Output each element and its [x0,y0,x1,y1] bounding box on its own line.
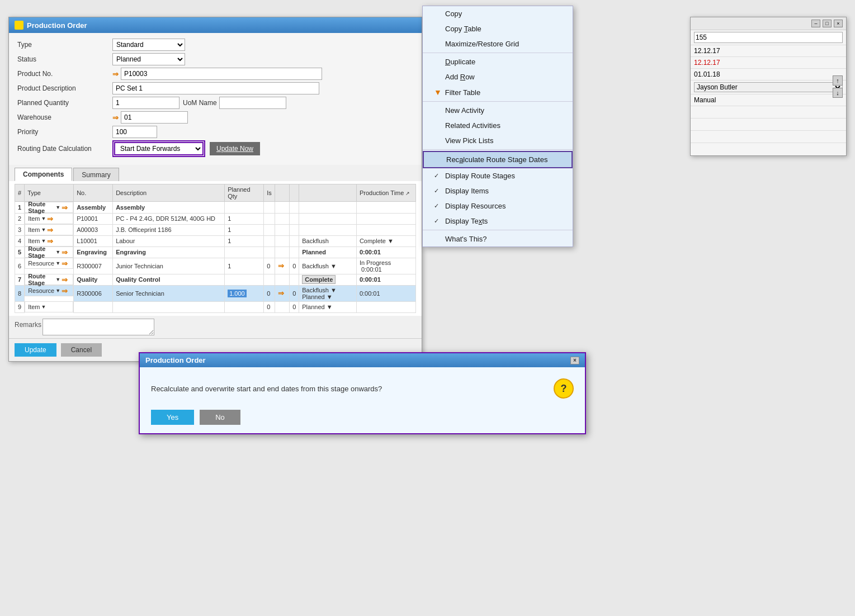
routingdate-row: Routing Date Calculation Start Date Forw… [17,140,413,157]
context-menu-item-relatedactivities[interactable]: Related Activities [423,118,573,133]
cell-prodtime [356,301,415,312]
type-select[interactable]: Standard [112,39,185,51]
plannedqty-input[interactable] [112,97,179,109]
cell-6 [275,213,290,224]
minimize-button[interactable]: – [811,20,820,27]
remarks-textarea[interactable] [42,319,154,335]
routingdate-select[interactable]: Start Date Forwards [114,142,204,155]
context-menu-item-newactivity[interactable]: New Activity [423,103,573,118]
cell-is: 0 [264,285,275,301]
cell-type: Item ▼ ⇒ [25,224,73,235]
cell-type: Route Stage ▼ ⇒ [25,247,73,258]
uomname-input[interactable] [219,97,286,109]
cell-is [264,247,275,258]
menu-separator [423,101,573,102]
col-8-header [299,184,357,202]
productdesc-input[interactable] [112,82,319,94]
warehouse-input[interactable] [121,111,188,124]
cell-prodtime: 0:00:01 [356,247,415,258]
right-panel-row [691,30,846,45]
productno-input[interactable] [121,68,322,80]
context-item-label: Display Resources [445,202,506,210]
cell-prodtime [356,202,415,214]
cell-no: Engraving [74,247,113,258]
main-window-title: Production Order [27,21,87,30]
win-controls: – □ × [691,17,846,30]
warehouse-label: Warehouse [17,113,112,121]
dialog-no-button[interactable]: No [200,410,240,425]
cell-is [264,224,275,235]
close-button[interactable]: × [834,20,843,27]
cell-prodtime [356,213,415,224]
scroll-controls: ↑ ↓ [833,75,843,98]
cancel-button[interactable]: Cancel [61,343,102,357]
right-user-select[interactable]: Jayson Butler [694,82,843,92]
dialog-title: Production Order [145,356,206,364]
right-panel-row: Manual [691,94,846,106]
table-row: 3 Item ▼ ⇒ A00003 J.B. Officeprint 1186 … [15,224,416,235]
col-qty-header: Planned Qty [225,184,264,202]
col-no-header: No. [74,184,113,202]
cell-8: Planned ▼ [299,301,357,312]
status-label: Status [17,55,112,63]
components-table-container: # Type No. Description Planned Qty Is Pr… [9,181,422,316]
context-menu-item-copytable[interactable]: Copy Table [423,21,573,36]
cell-is [264,213,275,224]
filter-icon: ▼ [434,88,442,97]
menu-separator [423,149,573,150]
restore-button[interactable]: □ [823,20,832,27]
context-item-label: New Activity [445,106,484,115]
context-menu-item-filter[interactable]: ▼ Filter Table [423,84,573,100]
context-item-label: Filter Table [445,88,480,97]
context-menu-item-viewpicklists[interactable]: View Pick Lists [423,133,573,148]
context-menu-item-whatsthis[interactable]: What's This? [423,231,573,247]
dialog-close-button[interactable]: × [570,357,579,364]
cell-6: ⇒ [275,258,290,274]
cell-7 [290,235,299,247]
cell-7 [290,213,299,224]
cell-8 [299,224,357,235]
cell-is [264,274,275,285]
right-value-1[interactable] [694,32,843,43]
cell-type: Item ▼ ⇒ [25,213,73,224]
scroll-down-button[interactable]: ↓ [833,88,843,98]
table-row: 4 Item ▼ ⇒ L10001 Labour 1 Backflush Com… [15,235,416,247]
components-table: # Type No. Description Planned Qty Is Pr… [15,184,416,313]
cell-8 [299,202,357,214]
right-panel-row [691,131,846,143]
cell-6 [275,202,290,214]
cell-qty [225,301,264,312]
context-menu-item-duplicate[interactable]: Duplicate [423,54,573,69]
priority-input[interactable] [112,126,157,138]
cell-desc: Labour [113,235,225,247]
cell-qty [225,274,264,285]
right-panel-row [691,106,846,119]
plannedqty-row: Planned Quantity UoM Name [17,97,413,109]
update-button[interactable]: Update [15,343,56,357]
tab-components[interactable]: Components [15,168,72,181]
cell-6 [275,274,290,285]
scroll-up-button[interactable]: ↑ [833,75,843,86]
dialog-message: Recalculate and overwrite start and end … [151,385,545,393]
status-select[interactable]: Planned [112,53,185,65]
update-now-button[interactable]: Update Now [210,142,260,155]
cell-7: 0 [290,285,299,301]
context-menu-item-recalculate[interactable]: Recalculate Route Stage Dates [423,151,573,168]
context-menu-item-addrow[interactable]: Add Row [423,69,573,84]
cell-no: Assembly [74,202,113,214]
routing-date-highlight: Start Date Forwards [112,140,205,157]
checkmark-icon: ✓ [434,172,442,179]
context-menu-item-displaytexts[interactable]: ✓ Display Texts [423,214,573,229]
context-menu-item-displayroutestages[interactable]: ✓ Display Route Stages [423,168,573,183]
uom-label: UoM Name [183,99,217,107]
context-menu-item-maximize[interactable]: Maximize/Restore Grid [423,36,573,51]
tab-summary[interactable]: Summary [73,168,119,181]
cell-6 [275,224,290,235]
cell-7: 0 [290,301,299,312]
context-menu-item-displayresources[interactable]: ✓ Display Resources [423,198,573,214]
dialog-yes-button[interactable]: Yes [151,410,194,425]
cell-8: Backflush [299,235,357,247]
productno-label: Product No. [17,70,112,78]
context-menu-item-displayitems[interactable]: ✓ Display Items [423,183,573,198]
context-menu-item-copy[interactable]: Copy [423,6,573,21]
